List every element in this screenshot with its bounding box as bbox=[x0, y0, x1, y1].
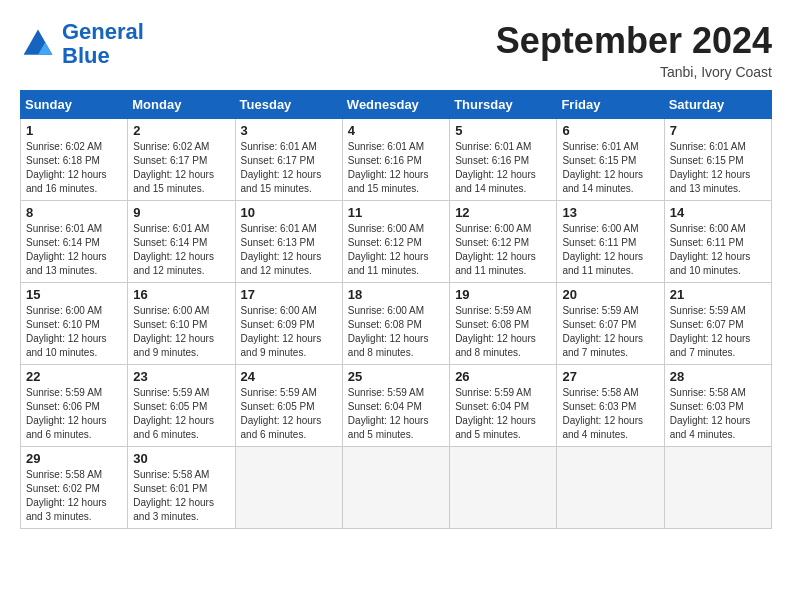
day-info: Sunrise: 5:58 AMSunset: 6:03 PMDaylight:… bbox=[562, 386, 658, 442]
day-info: Sunrise: 6:00 AMSunset: 6:12 PMDaylight:… bbox=[455, 222, 551, 278]
table-row: 9Sunrise: 6:01 AMSunset: 6:14 PMDaylight… bbox=[128, 201, 235, 283]
day-number: 16 bbox=[133, 287, 229, 302]
table-row: 1Sunrise: 6:02 AMSunset: 6:18 PMDaylight… bbox=[21, 119, 128, 201]
table-row bbox=[450, 447, 557, 529]
table-row bbox=[664, 447, 771, 529]
table-row: 22Sunrise: 5:59 AMSunset: 6:06 PMDayligh… bbox=[21, 365, 128, 447]
day-number: 22 bbox=[26, 369, 122, 384]
calendar-row-1: 1Sunrise: 6:02 AMSunset: 6:18 PMDaylight… bbox=[21, 119, 772, 201]
day-number: 4 bbox=[348, 123, 444, 138]
table-row: 5Sunrise: 6:01 AMSunset: 6:16 PMDaylight… bbox=[450, 119, 557, 201]
day-info: Sunrise: 5:59 AMSunset: 6:04 PMDaylight:… bbox=[348, 386, 444, 442]
table-row: 25Sunrise: 5:59 AMSunset: 6:04 PMDayligh… bbox=[342, 365, 449, 447]
day-info: Sunrise: 5:58 AMSunset: 6:02 PMDaylight:… bbox=[26, 468, 122, 524]
day-info: Sunrise: 5:59 AMSunset: 6:05 PMDaylight:… bbox=[241, 386, 337, 442]
day-info: Sunrise: 6:01 AMSunset: 6:15 PMDaylight:… bbox=[562, 140, 658, 196]
day-info: Sunrise: 6:00 AMSunset: 6:10 PMDaylight:… bbox=[26, 304, 122, 360]
day-number: 15 bbox=[26, 287, 122, 302]
day-number: 18 bbox=[348, 287, 444, 302]
day-info: Sunrise: 6:02 AMSunset: 6:18 PMDaylight:… bbox=[26, 140, 122, 196]
table-row: 29Sunrise: 5:58 AMSunset: 6:02 PMDayligh… bbox=[21, 447, 128, 529]
day-info: Sunrise: 5:59 AMSunset: 6:08 PMDaylight:… bbox=[455, 304, 551, 360]
day-number: 21 bbox=[670, 287, 766, 302]
calendar-header-row: Sunday Monday Tuesday Wednesday Thursday… bbox=[21, 91, 772, 119]
table-row: 26Sunrise: 5:59 AMSunset: 6:04 PMDayligh… bbox=[450, 365, 557, 447]
calendar-row-3: 15Sunrise: 6:00 AMSunset: 6:10 PMDayligh… bbox=[21, 283, 772, 365]
day-number: 25 bbox=[348, 369, 444, 384]
col-monday: Monday bbox=[128, 91, 235, 119]
day-info: Sunrise: 6:00 AMSunset: 6:11 PMDaylight:… bbox=[562, 222, 658, 278]
location: Tanbi, Ivory Coast bbox=[496, 64, 772, 80]
day-number: 24 bbox=[241, 369, 337, 384]
table-row: 6Sunrise: 6:01 AMSunset: 6:15 PMDaylight… bbox=[557, 119, 664, 201]
logo-icon bbox=[20, 26, 56, 62]
table-row: 13Sunrise: 6:00 AMSunset: 6:11 PMDayligh… bbox=[557, 201, 664, 283]
day-info: Sunrise: 6:01 AMSunset: 6:16 PMDaylight:… bbox=[455, 140, 551, 196]
table-row bbox=[235, 447, 342, 529]
table-row: 17Sunrise: 6:00 AMSunset: 6:09 PMDayligh… bbox=[235, 283, 342, 365]
table-row bbox=[557, 447, 664, 529]
day-number: 13 bbox=[562, 205, 658, 220]
table-row bbox=[342, 447, 449, 529]
day-number: 23 bbox=[133, 369, 229, 384]
col-sunday: Sunday bbox=[21, 91, 128, 119]
day-number: 26 bbox=[455, 369, 551, 384]
title-block: September 2024 Tanbi, Ivory Coast bbox=[496, 20, 772, 80]
table-row: 30Sunrise: 5:58 AMSunset: 6:01 PMDayligh… bbox=[128, 447, 235, 529]
day-number: 1 bbox=[26, 123, 122, 138]
month-title: September 2024 bbox=[496, 20, 772, 62]
day-info: Sunrise: 6:01 AMSunset: 6:16 PMDaylight:… bbox=[348, 140, 444, 196]
calendar-table: Sunday Monday Tuesday Wednesday Thursday… bbox=[20, 90, 772, 529]
logo: GeneralBlue bbox=[20, 20, 144, 68]
col-friday: Friday bbox=[557, 91, 664, 119]
table-row: 15Sunrise: 6:00 AMSunset: 6:10 PMDayligh… bbox=[21, 283, 128, 365]
calendar-row-5: 29Sunrise: 5:58 AMSunset: 6:02 PMDayligh… bbox=[21, 447, 772, 529]
day-number: 2 bbox=[133, 123, 229, 138]
table-row: 28Sunrise: 5:58 AMSunset: 6:03 PMDayligh… bbox=[664, 365, 771, 447]
day-number: 30 bbox=[133, 451, 229, 466]
day-info: Sunrise: 6:01 AMSunset: 6:14 PMDaylight:… bbox=[26, 222, 122, 278]
day-number: 29 bbox=[26, 451, 122, 466]
col-thursday: Thursday bbox=[450, 91, 557, 119]
day-number: 14 bbox=[670, 205, 766, 220]
day-info: Sunrise: 6:01 AMSunset: 6:17 PMDaylight:… bbox=[241, 140, 337, 196]
table-row: 4Sunrise: 6:01 AMSunset: 6:16 PMDaylight… bbox=[342, 119, 449, 201]
table-row: 10Sunrise: 6:01 AMSunset: 6:13 PMDayligh… bbox=[235, 201, 342, 283]
table-row: 24Sunrise: 5:59 AMSunset: 6:05 PMDayligh… bbox=[235, 365, 342, 447]
table-row: 12Sunrise: 6:00 AMSunset: 6:12 PMDayligh… bbox=[450, 201, 557, 283]
table-row: 2Sunrise: 6:02 AMSunset: 6:17 PMDaylight… bbox=[128, 119, 235, 201]
day-number: 3 bbox=[241, 123, 337, 138]
day-number: 8 bbox=[26, 205, 122, 220]
day-number: 19 bbox=[455, 287, 551, 302]
day-number: 9 bbox=[133, 205, 229, 220]
day-info: Sunrise: 6:01 AMSunset: 6:15 PMDaylight:… bbox=[670, 140, 766, 196]
day-info: Sunrise: 6:00 AMSunset: 6:12 PMDaylight:… bbox=[348, 222, 444, 278]
table-row: 16Sunrise: 6:00 AMSunset: 6:10 PMDayligh… bbox=[128, 283, 235, 365]
day-info: Sunrise: 6:00 AMSunset: 6:11 PMDaylight:… bbox=[670, 222, 766, 278]
day-info: Sunrise: 6:00 AMSunset: 6:09 PMDaylight:… bbox=[241, 304, 337, 360]
table-row: 20Sunrise: 5:59 AMSunset: 6:07 PMDayligh… bbox=[557, 283, 664, 365]
table-row: 27Sunrise: 5:58 AMSunset: 6:03 PMDayligh… bbox=[557, 365, 664, 447]
day-number: 5 bbox=[455, 123, 551, 138]
day-info: Sunrise: 5:58 AMSunset: 6:03 PMDaylight:… bbox=[670, 386, 766, 442]
day-info: Sunrise: 6:01 AMSunset: 6:13 PMDaylight:… bbox=[241, 222, 337, 278]
day-number: 10 bbox=[241, 205, 337, 220]
table-row: 18Sunrise: 6:00 AMSunset: 6:08 PMDayligh… bbox=[342, 283, 449, 365]
logo-text: GeneralBlue bbox=[62, 20, 144, 68]
day-info: Sunrise: 5:59 AMSunset: 6:04 PMDaylight:… bbox=[455, 386, 551, 442]
day-number: 17 bbox=[241, 287, 337, 302]
day-info: Sunrise: 6:02 AMSunset: 6:17 PMDaylight:… bbox=[133, 140, 229, 196]
day-number: 27 bbox=[562, 369, 658, 384]
day-info: Sunrise: 6:00 AMSunset: 6:08 PMDaylight:… bbox=[348, 304, 444, 360]
table-row: 23Sunrise: 5:59 AMSunset: 6:05 PMDayligh… bbox=[128, 365, 235, 447]
table-row: 3Sunrise: 6:01 AMSunset: 6:17 PMDaylight… bbox=[235, 119, 342, 201]
table-row: 19Sunrise: 5:59 AMSunset: 6:08 PMDayligh… bbox=[450, 283, 557, 365]
day-info: Sunrise: 5:59 AMSunset: 6:07 PMDaylight:… bbox=[562, 304, 658, 360]
page-header: GeneralBlue September 2024 Tanbi, Ivory … bbox=[20, 20, 772, 80]
day-number: 7 bbox=[670, 123, 766, 138]
day-info: Sunrise: 5:58 AMSunset: 6:01 PMDaylight:… bbox=[133, 468, 229, 524]
table-row: 21Sunrise: 5:59 AMSunset: 6:07 PMDayligh… bbox=[664, 283, 771, 365]
table-row: 11Sunrise: 6:00 AMSunset: 6:12 PMDayligh… bbox=[342, 201, 449, 283]
calendar-row-2: 8Sunrise: 6:01 AMSunset: 6:14 PMDaylight… bbox=[21, 201, 772, 283]
table-row: 8Sunrise: 6:01 AMSunset: 6:14 PMDaylight… bbox=[21, 201, 128, 283]
